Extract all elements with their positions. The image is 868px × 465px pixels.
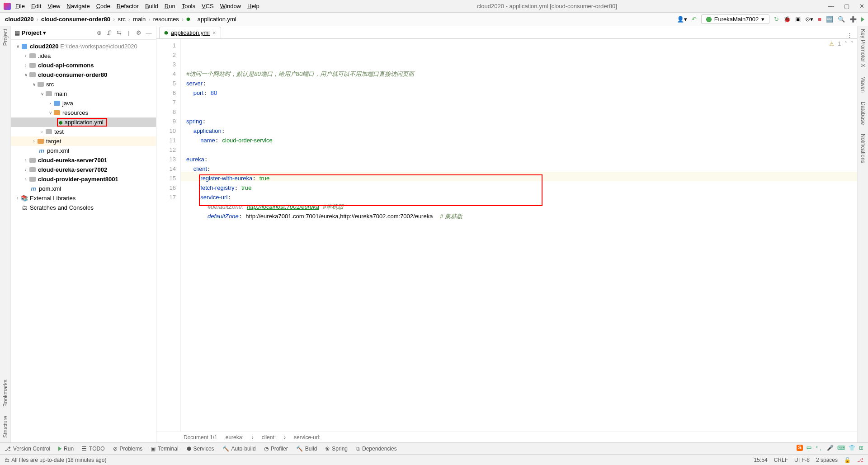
menu-vcs[interactable]: VCS [202,3,214,9]
menu-window[interactable]: Window [220,3,241,9]
status-eol[interactable]: CRLF [774,457,788,463]
tree-app-yml[interactable]: ⬢ application.yml [11,117,156,127]
notifications-tab[interactable]: Notifications [860,134,866,163]
profile-button[interactable]: ⊙▾ [805,16,813,23]
crumb-src[interactable]: src› [116,16,132,23]
project-view-select[interactable]: ▤ Project ▾ [14,29,46,36]
menu-navigate[interactable]: Navigate [66,3,90,9]
settings-icon[interactable]: ➕ [849,16,857,23]
tw-terminal[interactable]: ▣ Terminal [151,446,178,452]
tw-profiler[interactable]: ◔ Profiler [264,446,288,452]
gutter[interactable]: 1234 5678 9101112 13141516 17 [156,39,181,432]
bookmarks-tool-tab[interactable]: Bookmarks [2,380,9,407]
tw-spring[interactable]: ❀ Spring [325,446,348,452]
tab-close-icon[interactable]: × [212,29,216,36]
crumb-cloud2020[interactable]: cloud2020› [4,16,40,23]
tw-problems[interactable]: ⊘ Problems [113,446,143,452]
code-editor[interactable]: #访问一个网站时，默认是80端口，给用户80端口，用户就可以不用加端口直接访问页… [181,39,857,432]
tree-scratches[interactable]: 🗂Scratches and Consoles [11,203,156,212]
crumb-eureka[interactable]: eureka: [226,434,244,441]
crumb-resources[interactable]: resources› [152,16,185,23]
database-tab[interactable]: Database [860,102,866,125]
status-lock-icon[interactable]: 🔓 [844,457,851,463]
run-button[interactable]: ↻ [774,16,779,23]
tw-todo[interactable]: ☰ TODO [82,446,104,452]
tree-target[interactable]: ›target [11,136,156,146]
status-indent[interactable]: 2 spaces [816,457,838,463]
next-highlight-icon[interactable]: ˅ [851,41,854,47]
project-tool-tab[interactable]: Project [2,29,9,46]
tw-autobuild[interactable]: 🔨 Auto-build [222,446,256,452]
locate-icon[interactable]: ⊕ [95,29,103,37]
menu-view[interactable]: View [47,3,60,9]
status-encoding[interactable]: UTF-8 [794,457,810,463]
gear-icon[interactable]: ⚙ [135,29,142,37]
coverage-button[interactable]: ▣ [795,16,801,23]
tabs-more-icon[interactable]: ⋮ [847,32,853,38]
tree-src[interactable]: ∨src [11,80,156,89]
close-icon[interactable]: ✕ [859,3,864,9]
tw-services[interactable]: ⬢ Services [187,446,214,452]
hide-icon[interactable]: — [145,29,152,37]
ime-punct-icon[interactable]: °， [816,445,823,452]
menu-run[interactable]: Run [165,3,175,9]
stop-button[interactable]: ■ [818,16,821,23]
tree-api-commons[interactable]: ›cloud-api-commons [11,61,156,70]
expand-icon[interactable]: ⇵ [105,29,113,37]
ime-kb-icon[interactable]: ⌨ [837,445,845,452]
prev-highlight-icon[interactable]: ˄ [844,41,847,47]
menu-code[interactable]: Code [96,3,110,9]
inspection-widget[interactable]: ⚠1 ˄ ˅ [829,41,854,47]
tab-application-yml[interactable]: ⬢ application.yml × [159,27,221,38]
tree-root[interactable]: ∨cloud2020 E:\idea-workspace\cloud2020 [11,42,156,51]
tree-eureka2[interactable]: ›cloud-eureka-server7002 [11,165,156,174]
menu-refactor[interactable]: Refactor [117,3,139,9]
tree-consumer[interactable]: ∨cloud-consumer-order80 [11,70,156,80]
tree-pom-root[interactable]: mpom.xml [11,184,156,193]
menu-build[interactable]: Build [145,3,158,9]
translate-icon[interactable]: 🔤 [826,16,833,23]
tree-main[interactable]: ∨main [11,89,156,99]
run-anything-icon[interactable] [861,17,864,22]
menu-file[interactable]: File [15,3,25,9]
menu-tools[interactable]: Tools [182,3,195,9]
crumb-consumer[interactable]: cloud-consumer-order80› [40,16,117,23]
crumb-client[interactable]: client: [262,434,276,441]
run-config-select[interactable]: EurekaMain7002 ▾ [701,14,769,24]
project-tree[interactable]: ∨cloud2020 E:\idea-workspace\cloud2020 ›… [11,40,156,442]
minimize-icon[interactable]: — [828,3,834,9]
maven-tab[interactable]: Maven [860,76,866,93]
status-branch-icon[interactable]: ⎇ [857,457,863,463]
sogou-icon[interactable]: S [797,445,803,451]
tree-test[interactable]: ›test [11,127,156,136]
user-icon[interactable]: 👤▾ [677,16,687,23]
keypromoter-tab[interactable]: Key Promoter X [860,29,866,67]
tree-eureka1[interactable]: ›cloud-eureka-server7001 [11,155,156,165]
tree-java[interactable]: ›java [11,99,156,108]
menu-help[interactable]: Help [247,3,259,9]
tw-deps[interactable]: ⧉ Dependencies [356,446,397,452]
menu-edit[interactable]: Edit [31,3,41,9]
ime-more-icon[interactable]: ⊞ [859,445,863,452]
maximize-icon[interactable]: ▢ [844,3,849,9]
tree-pom-consumer[interactable]: mpom.xml [11,146,156,155]
tree-provider[interactable]: ›cloud-provider-payment8001 [11,174,156,184]
crumb-main[interactable]: main› [132,16,152,23]
structure-tool-tab[interactable]: Structure [2,416,9,438]
vcs-status-icon[interactable]: 🗀 [5,457,10,463]
tree-idea[interactable]: ›.idea [11,51,156,61]
back-arrow-icon[interactable]: ↶ [692,16,697,23]
tree-ext-lib[interactable]: ›📚External Libraries [11,193,156,203]
crumb-file[interactable]: ⬢ application.yml [185,16,238,23]
search-icon[interactable]: 🔍 [838,16,845,23]
tw-version-control[interactable]: ⎇ Version Control [5,446,50,452]
crumb-serviceurl[interactable]: service-url: [294,434,321,441]
debug-button[interactable]: 🐞 [783,16,791,23]
tw-build[interactable]: 🔨 Build [296,446,317,452]
collapse-icon[interactable]: ⇆ [115,29,123,37]
ime-zh-icon[interactable]: 中 [807,445,812,452]
ime-mic-icon[interactable]: 🎤 [827,445,834,452]
tw-run[interactable]: Run [58,446,74,452]
ime-skin-icon[interactable]: 👕 [849,445,855,452]
tree-resources[interactable]: ∨resources [11,108,156,117]
